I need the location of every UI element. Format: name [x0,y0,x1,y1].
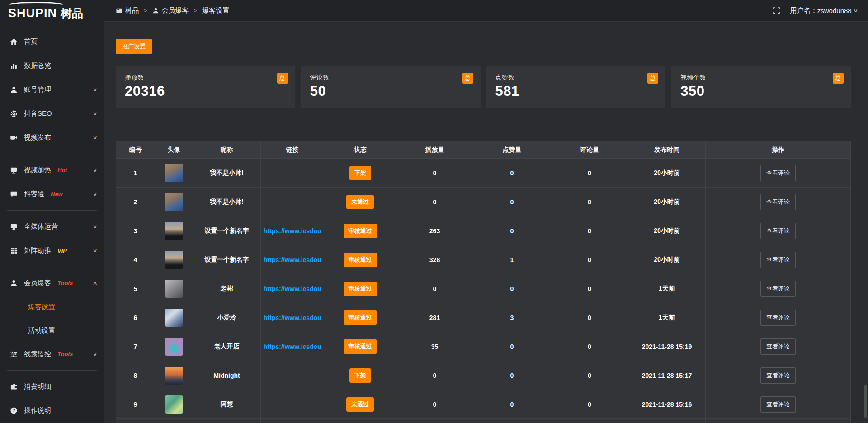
table-row: 4设置一个新名字https://www.iesdouyin.c审核通过32810… [116,245,851,274]
cell-likes: 1 [473,245,551,274]
view-comments-button[interactable]: 查看评论 [760,281,796,297]
chevron-down-icon: ∨ [92,135,97,141]
status-badge[interactable]: 审核通过 [344,282,377,296]
stat-card-label: 视频个数 [680,74,842,82]
dashboard-icon [116,7,123,14]
sidebar-item-label: 全媒体运营 [24,222,58,231]
sidebar-item-baoke-settings[interactable]: 爆客设置 [0,295,104,319]
cell-comments: 0 [551,390,628,419]
cell-action: 查看评论 [706,303,851,332]
sidebar-item-douketong[interactable]: 抖客通New∨ [0,182,104,206]
cell-likes: 0 [473,216,551,245]
cell-plays: 0 [396,274,473,303]
page-scrollbar-thumb[interactable] [864,385,867,418]
status-badge[interactable]: 下架 [349,166,371,180]
view-comments-button[interactable]: 查看评论 [760,338,796,355]
chevron-down-icon: ∨ [92,167,97,173]
breadcrumb-item[interactable]: 会员爆客 [152,6,189,15]
stat-card-label: 点赞数 [495,74,657,82]
sidebar-divider [7,267,97,267]
cell-comments: 0 [551,361,628,390]
status-badge[interactable]: 未通过 [346,397,374,412]
view-comments-button[interactable]: 查看评论 [760,194,796,210]
view-comments-button[interactable]: 查看评论 [760,165,796,181]
video-link[interactable]: https://www.iesdouyin.c [264,314,321,321]
content-area: 推广设置 播放数20316总评论数50总点赞数581总视频个数350总 编号头像… [104,22,868,423]
sidebar-item-label: 账号管理 [24,85,51,94]
promotion-settings-button[interactable]: 推广设置 [116,39,152,54]
cell-comments: 0 [551,332,628,361]
topbar-right: 用户名： zswodun88 ∨ [773,6,857,15]
brand-logo[interactable]: SHUPIN 树品 [0,0,104,24]
cell-comments: 0 [551,216,628,245]
video-link[interactable]: https://www.iesdouyin.c [264,256,321,263]
video-link[interactable]: https://www.iesdouyin.c [264,343,321,350]
stat-cards: 播放数20316总评论数50总点赞数581总视频个数350总 [116,66,851,108]
cell-likes: 0 [473,188,551,216]
cell-link: https://www.iesdouyin.c [261,274,324,303]
chevron-down-icon: ∨ [92,248,97,254]
breadcrumb-item[interactable]: 树品 [116,6,139,15]
sidebar-item-media-operation[interactable]: 全媒体运营∨ [0,215,104,239]
cell-plays [396,419,473,423]
chevron-up-icon: ∧ [92,280,97,286]
table-row: 2我不是小帅!未通过00020小时前查看评论 [116,188,851,216]
sidebar-item-consume-detail[interactable]: 消费明细 [0,375,104,399]
stat-card-label: 播放数 [125,74,286,82]
cell-link [261,390,324,419]
cell-avatar [155,188,193,216]
sidebar-item-member-baoke[interactable]: 会员爆客Tools∧ [0,271,104,295]
avatar [165,395,183,414]
status-badge[interactable]: 审核通过 [344,310,377,325]
cell-avatar [155,361,193,390]
status-badge[interactable]: 未通过 [346,195,374,209]
view-comments-button[interactable]: 查看评论 [760,252,796,268]
logo-text-cn: 树品 [61,6,83,21]
cell-likes: 0 [473,274,551,303]
grid-icon [10,247,18,254]
username-menu[interactable]: 用户名： zswodun88 ∨ [790,6,857,15]
view-comments-button[interactable]: 查看评论 [760,367,796,384]
status-badge[interactable]: 审核通过 [344,339,377,354]
sidebar-item-matrix-boost[interactable]: 矩阵助推VIP∨ [0,239,104,263]
sidebar-item-video-heat[interactable]: 视频加热Hot∨ [0,158,104,182]
breadcrumb-item: 爆客设置 [202,6,229,15]
sidebar-divider [7,154,97,154]
stat-card-label: 评论数 [310,74,472,82]
sidebar-item-clue-monitor[interactable]: 线索监控Tools∨ [0,342,104,366]
cell-nickname: 设置一个新名字 [193,216,261,245]
sidebar-item-data-overview[interactable]: 数据总览 [0,54,104,78]
video-link[interactable]: https://www.iesdouyin.c [264,227,321,235]
cell-nickname: 小爱玲 [193,303,261,332]
cell-status: 审核通过 [324,332,396,361]
status-badge[interactable]: 下架 [349,368,371,383]
sliders-icon [10,350,18,358]
cell-avatar [155,216,193,245]
view-comments-button[interactable]: 查看评论 [760,310,796,326]
sidebar-item-video-publish[interactable]: 视频发布∨ [0,126,104,150]
status-badge[interactable]: 审核通过 [344,253,377,267]
sidebar-item-account-manage[interactable]: 账号管理∨ [0,78,104,102]
cell-avatar [155,390,193,419]
status-badge[interactable]: 审核通过 [344,224,377,238]
sidebar-item-operation-guide[interactable]: ?操作说明 [0,399,104,423]
sidebar-item-home[interactable]: 首页 [0,30,104,54]
view-comments-button[interactable]: 查看评论 [760,396,796,413]
sidebar-item-activity-settings[interactable]: 活动设置 [0,319,104,342]
sidebar-item-label: 爆客设置 [28,303,55,311]
cell-comments [551,419,628,423]
stat-card-value: 50 [310,83,472,99]
video-link[interactable]: https://www.iesdouyin.c [264,285,321,292]
cell-link: https://www.iesdouyin.c [261,332,324,361]
total-badge: 总 [647,73,658,84]
sidebar-item-douyin-seo[interactable]: 抖音SEO∨ [0,102,104,126]
cell-comments: 0 [551,303,628,332]
fullscreen-icon[interactable] [773,7,780,14]
column-header: 昵称 [193,141,261,159]
view-comments-button[interactable]: 查看评论 [760,223,796,239]
cell-likes: 0 [473,159,551,188]
table-row: 3设置一个新名字https://www.iesdouyin.c审核通过26300… [116,216,851,245]
cell-status: 下架 [324,159,396,188]
chevron-down-icon: ∨ [92,224,97,230]
column-header: 操作 [706,141,851,159]
